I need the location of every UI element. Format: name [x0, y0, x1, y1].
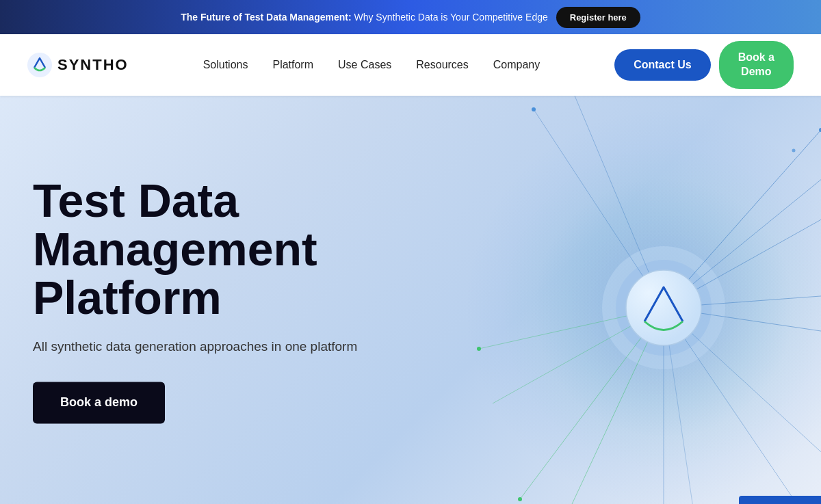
hero-cta-button[interactable]: Book a demo	[33, 382, 165, 423]
nav-item-platform[interactable]: Platform	[272, 59, 313, 71]
hero-content: Test Data Management Platform All synthe…	[33, 176, 443, 423]
nav-link-resources[interactable]: Resources	[416, 59, 468, 70]
logo-text: SYNTHO	[57, 56, 129, 74]
svg-point-28	[518, 497, 522, 501]
book-demo-button[interactable]: Book aDemo	[719, 41, 794, 89]
svg-point-30	[477, 347, 481, 351]
nav-item-resources[interactable]: Resources	[416, 59, 468, 71]
logo[interactable]: SYNTHO	[27, 53, 129, 77]
svg-point-31	[626, 270, 701, 345]
nav-item-company[interactable]: Company	[493, 59, 540, 71]
nav-item-use-cases[interactable]: Use Cases	[338, 59, 391, 71]
nav-link-use-cases[interactable]: Use Cases	[338, 59, 391, 70]
nav-link-platform[interactable]: Platform	[272, 59, 313, 70]
main-navbar: SYNTHO Solutions Platform Use Cases Reso…	[0, 34, 821, 96]
announcement-banner: The Future of Test Data Management: Why …	[0, 0, 821, 34]
syntho-logo-icon	[27, 53, 52, 77]
svg-point-23	[792, 149, 796, 152]
bottom-accent-bar	[739, 496, 821, 504]
banner-text: The Future of Test Data Management: Why …	[181, 12, 548, 23]
contact-us-button[interactable]: Contact Us	[614, 49, 710, 81]
register-button[interactable]: Register here	[556, 7, 640, 28]
nav-item-solutions[interactable]: Solutions	[203, 59, 248, 71]
hero-section: Test Data Management Platform All synthe…	[0, 96, 821, 504]
svg-point-27	[532, 107, 536, 111]
nav-links: Solutions Platform Use Cases Resources C…	[203, 59, 540, 71]
svg-point-0	[27, 53, 52, 77]
nav-link-company[interactable]: Company	[493, 59, 540, 70]
nav-actions: Contact Us Book aDemo	[614, 41, 794, 89]
nav-link-solutions[interactable]: Solutions	[203, 59, 248, 70]
hero-title: Test Data Management Platform	[33, 176, 443, 323]
hero-subtitle: All synthetic data generation approaches…	[33, 339, 443, 354]
